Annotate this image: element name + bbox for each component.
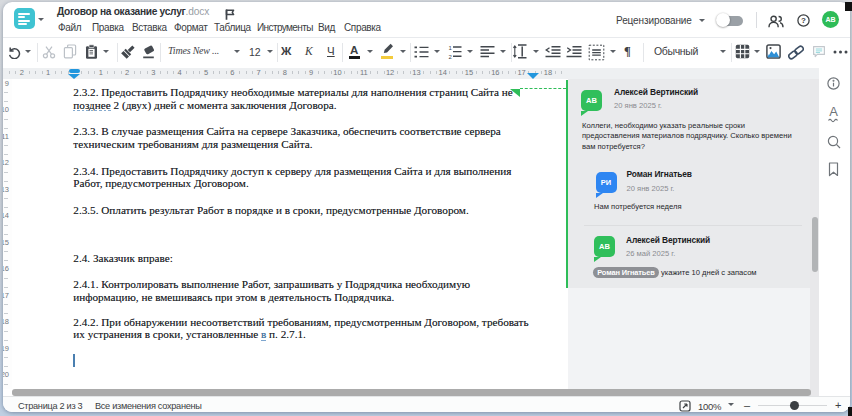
- svg-text:А: А: [829, 104, 838, 119]
- svg-text:2: 2: [449, 53, 453, 59]
- svg-text:1: 1: [449, 44, 453, 50]
- svg-text:?: ?: [801, 16, 806, 25]
